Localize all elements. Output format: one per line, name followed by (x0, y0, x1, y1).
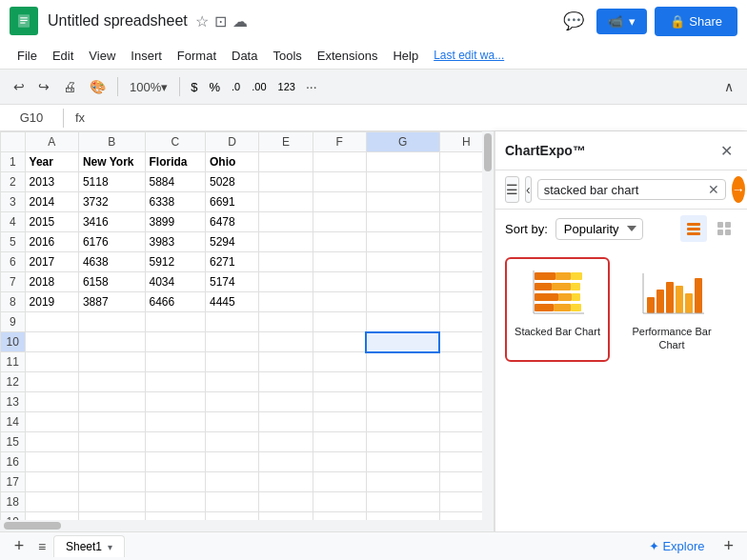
row-header-16[interactable]: 16 (1, 452, 26, 472)
cell-16-E[interactable] (259, 452, 313, 472)
cell-16-A[interactable] (25, 452, 78, 472)
cell-7-G[interactable] (366, 272, 439, 292)
cell-13-A[interactable] (25, 392, 78, 412)
cell-18-F[interactable] (313, 492, 366, 512)
comment-button[interactable]: 💬 (558, 6, 589, 36)
cell-16-F[interactable] (313, 452, 366, 472)
cell-1-C[interactable]: Florida (145, 152, 205, 172)
cell-12-B[interactable] (78, 372, 145, 392)
cell-12-C[interactable] (145, 372, 205, 392)
menu-format[interactable]: Format (170, 47, 224, 65)
cell-6-B[interactable]: 4638 (78, 252, 145, 272)
cell-18-A[interactable] (25, 492, 78, 512)
last-edit-link[interactable]: Last edit wa... (434, 49, 504, 62)
cell-18-C[interactable] (145, 492, 205, 512)
menu-help[interactable]: Help (385, 47, 426, 65)
chart-card-stacked-bar[interactable]: Stacked Bar Chart (505, 257, 610, 362)
row-header-2[interactable]: 2 (1, 172, 26, 192)
cell-10-B[interactable] (78, 332, 145, 352)
cell-11-E[interactable] (259, 352, 313, 372)
menu-tools[interactable]: Tools (265, 47, 309, 65)
toolbar-collapse-btn[interactable]: ∧ (718, 75, 739, 98)
cell-2-F[interactable] (313, 172, 366, 192)
cell-9-F[interactable] (313, 312, 366, 332)
col-header-b[interactable]: B (78, 132, 145, 152)
cell-10-G[interactable] (366, 332, 439, 352)
cell-3-A[interactable]: 2014 (25, 192, 78, 212)
col-header-e[interactable]: E (259, 132, 313, 152)
cell-13-B[interactable] (78, 392, 145, 412)
panel-menu-button[interactable]: ☰ (505, 176, 519, 203)
cell-17-A[interactable] (25, 472, 78, 492)
cell-8-F[interactable] (313, 292, 366, 312)
row-header-5[interactable]: 5 (1, 232, 26, 252)
cell-6-D[interactable]: 6271 (205, 252, 258, 272)
cell-18-B[interactable] (78, 492, 145, 512)
sort-select[interactable]: Popularity Name Newest (555, 218, 643, 240)
cell-16-C[interactable] (145, 452, 205, 472)
undo-button[interactable]: ↩ (8, 75, 30, 98)
list-view-button[interactable] (680, 215, 707, 242)
row-header-6[interactable]: 6 (1, 252, 26, 272)
share-button[interactable]: 🔒 Share (655, 7, 737, 36)
row-header-15[interactable]: 15 (1, 432, 26, 452)
cell-17-D[interactable] (205, 472, 258, 492)
cell-3-F[interactable] (313, 192, 366, 212)
row-header-12[interactable]: 12 (1, 372, 26, 392)
cell-7-E[interactable] (259, 272, 313, 292)
row-header-3[interactable]: 3 (1, 192, 26, 212)
cell-9-B[interactable] (78, 312, 145, 332)
cell-2-D[interactable]: 5028 (205, 172, 258, 192)
cell-10-F[interactable] (313, 332, 366, 352)
menu-insert[interactable]: Insert (123, 47, 170, 65)
cell-9-E[interactable] (259, 312, 313, 332)
cell-9-A[interactable] (25, 312, 78, 332)
cell-4-B[interactable]: 3416 (78, 212, 145, 232)
cell-11-D[interactable] (205, 352, 258, 372)
col-header-d[interactable]: D (205, 132, 258, 152)
cell-15-A[interactable] (25, 432, 78, 452)
cell-18-E[interactable] (259, 492, 313, 512)
cell-12-G[interactable] (366, 372, 439, 392)
cell-1-B[interactable]: New York (78, 152, 145, 172)
panel-close-button[interactable]: ✕ (715, 139, 737, 162)
add-explore-button[interactable]: + (717, 532, 739, 560)
row-header-8[interactable]: 8 (1, 292, 26, 312)
cell-10-C[interactable] (145, 332, 205, 352)
cell-9-D[interactable] (205, 312, 258, 332)
cell-3-C[interactable]: 6338 (145, 192, 205, 212)
cell-7-B[interactable]: 6158 (78, 272, 145, 292)
row-header-10[interactable]: 10 (1, 332, 26, 352)
cell-11-F[interactable] (313, 352, 366, 372)
cell-4-A[interactable]: 2015 (25, 212, 78, 232)
cell-2-G[interactable] (366, 172, 439, 192)
col-header-g[interactable]: G (366, 132, 439, 152)
cell-14-G[interactable] (366, 412, 439, 432)
search-clear-icon[interactable]: ✕ (708, 182, 719, 197)
sheet-tab-sheet1[interactable]: Sheet1 ▾ (53, 535, 125, 557)
cell-15-G[interactable] (366, 432, 439, 452)
currency-format-button[interactable]: $ (186, 78, 202, 96)
cell-8-E[interactable] (259, 292, 313, 312)
row-header-11[interactable]: 11 (1, 352, 26, 372)
cell-11-B[interactable] (78, 352, 145, 372)
cell-9-G[interactable] (366, 312, 439, 332)
cell-12-A[interactable] (25, 372, 78, 392)
cell-14-A[interactable] (25, 412, 78, 432)
row-header-13[interactable]: 13 (1, 392, 26, 412)
row-header-14[interactable]: 14 (1, 412, 26, 432)
cell-15-D[interactable] (205, 432, 258, 452)
cell-4-G[interactable] (366, 212, 439, 232)
cell-4-C[interactable]: 3899 (145, 212, 205, 232)
cell-5-G[interactable] (366, 232, 439, 252)
cell-8-D[interactable]: 4445 (205, 292, 258, 312)
redo-button[interactable]: ↪ (32, 75, 55, 98)
cell-10-D[interactable] (205, 332, 258, 352)
panel-search-submit-button[interactable]: → (732, 176, 745, 203)
cell-5-A[interactable]: 2016 (25, 232, 78, 252)
cell-10-A[interactable] (25, 332, 78, 352)
cell-4-E[interactable] (259, 212, 313, 232)
cell-7-C[interactable]: 4034 (145, 272, 205, 292)
cell-2-E[interactable] (259, 172, 313, 192)
horizontal-scrollbar[interactable] (0, 520, 482, 531)
